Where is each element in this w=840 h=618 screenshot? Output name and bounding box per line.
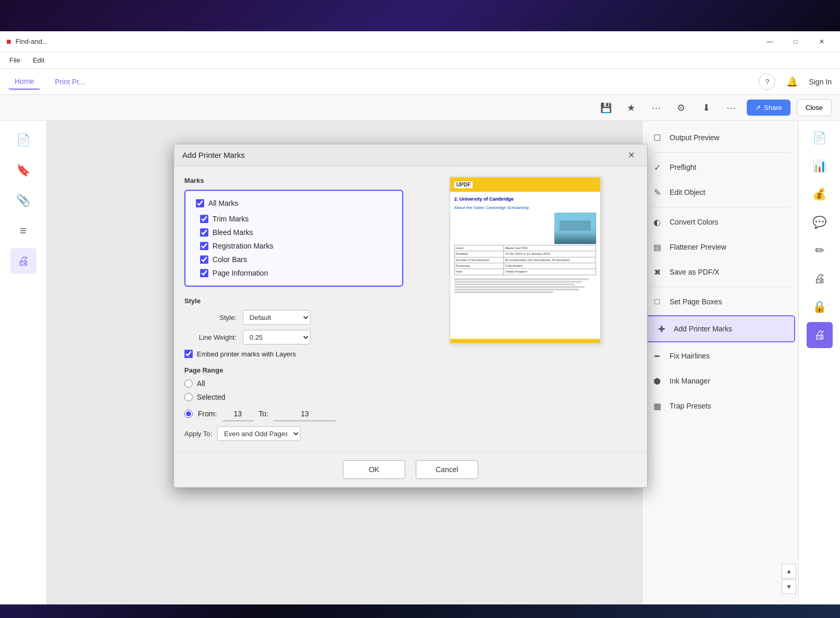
far-right-icon-7[interactable]: 🔒 xyxy=(807,294,833,320)
close-top-button[interactable]: Close xyxy=(797,99,832,116)
page-information-checkbox[interactable] xyxy=(200,269,208,277)
bleed-marks-checkbox[interactable] xyxy=(200,228,208,237)
trim-marks-row[interactable]: Trim Marks xyxy=(200,215,392,223)
scroll-up-button[interactable]: ▲ xyxy=(782,564,796,578)
apply-to-row: Apply To: Even and Odd Pages xyxy=(184,426,403,441)
sidebar-item-clip[interactable]: 📎 xyxy=(10,188,36,214)
panel-item-convert-colors[interactable]: ◐ Convert Colors xyxy=(643,209,798,234)
all-pages-label: All xyxy=(197,379,205,388)
maximize-button[interactable]: □ xyxy=(784,34,808,50)
panel-item-trap-presets[interactable]: ▦ Trap Presets xyxy=(643,393,798,418)
nav-print-production[interactable]: Print Pr... xyxy=(48,75,91,89)
from-input[interactable] xyxy=(222,406,253,421)
flattener-preview-icon: ▤ xyxy=(651,241,663,253)
add-printer-marks-icon: ✚ xyxy=(655,323,668,335)
all-marks-checkbox[interactable] xyxy=(196,199,204,207)
preview-bottom-bar xyxy=(450,339,600,343)
nav-home[interactable]: Home xyxy=(8,74,40,90)
sidebar-item-print[interactable]: 🖨 xyxy=(10,248,36,274)
tools-icon-button[interactable]: ⚙ xyxy=(672,98,690,117)
notifications-button[interactable]: 🔔 xyxy=(784,73,800,90)
sidebar-item-layers[interactable]: ≡ xyxy=(10,218,36,244)
cancel-button[interactable]: Cancel xyxy=(416,460,478,479)
apply-to-label: Apply To: xyxy=(184,430,212,438)
panel-item-fix-hairlines[interactable]: ━ Fix Hairlines xyxy=(643,343,798,368)
registration-marks-checkbox[interactable] xyxy=(200,242,208,250)
svg-rect-1 xyxy=(554,231,596,244)
panel-item-set-page-boxes[interactable]: □ Set Page Boxes xyxy=(643,289,798,314)
dialog-title: Add Printer Marks xyxy=(182,151,245,159)
panel-item-preflight[interactable]: ✓ Preflight xyxy=(643,155,798,180)
far-right-toolbar: 📄 📊 💰 💬 ✏ 🖨 🔒 🖨 xyxy=(798,121,840,604)
dialog-titlebar: Add Printer Marks ✕ xyxy=(174,144,647,166)
embed-checkbox-row: Embed printer marks with Layers xyxy=(184,350,403,358)
right-panel: ☐ Output Preview ✓ Preflight ✎ Edit Obje… xyxy=(642,121,798,604)
sidebar-item-pages[interactable]: 📄 xyxy=(10,127,36,153)
minimize-button[interactable]: — xyxy=(758,34,782,50)
page-information-row[interactable]: Page Information xyxy=(200,269,392,277)
from-pages-radio[interactable] xyxy=(184,410,193,418)
save-icon-button[interactable]: 💾 xyxy=(597,98,615,117)
import-icon-button[interactable]: ⬇ xyxy=(697,98,715,117)
panel-item-ink-manager[interactable]: ⬢ Ink Manager xyxy=(643,368,798,393)
color-bars-row[interactable]: Color Bars xyxy=(200,255,392,264)
registration-marks-label: Registration Marks xyxy=(213,242,274,250)
color-bars-checkbox[interactable] xyxy=(200,255,208,264)
sidebar-item-bookmark[interactable]: 🔖 xyxy=(10,157,36,183)
style-select[interactable]: Default xyxy=(243,310,311,325)
more-icon-button[interactable]: ⋯ xyxy=(722,98,740,117)
view-icon-button[interactable]: ⋯ xyxy=(647,98,665,117)
preview-logo: UPDF xyxy=(454,181,473,188)
dialog-body: Marks All Marks Trim Marks Bleed Mar xyxy=(174,166,647,451)
trim-marks-checkbox[interactable] xyxy=(200,215,208,223)
bookmark-icon-button[interactable]: ★ xyxy=(622,98,640,117)
convert-colors-label: Convert Colors xyxy=(670,218,718,226)
help-button[interactable]: ? xyxy=(759,73,775,90)
far-right-icon-1[interactable]: 📄 xyxy=(807,125,833,151)
ink-manager-icon: ⬢ xyxy=(651,375,663,387)
menu-file[interactable]: File xyxy=(4,54,26,66)
embed-checkbox[interactable] xyxy=(184,350,193,358)
marks-section-label: Marks xyxy=(184,177,403,184)
output-preview-label: Output Preview xyxy=(670,133,720,142)
app-close-button[interactable]: ✕ xyxy=(810,34,834,50)
to-input[interactable] xyxy=(274,406,336,421)
to-label: To: xyxy=(258,410,268,418)
menu-edit[interactable]: Edit xyxy=(28,54,50,66)
convert-colors-icon: ◐ xyxy=(651,216,663,228)
preview-doc-subtitle: About the Gates Cambridge Scholarship xyxy=(454,205,596,211)
sign-in-link[interactable]: Sign In xyxy=(809,78,832,86)
all-pages-radio[interactable] xyxy=(184,379,193,388)
dialog-right-panel: UPDF 2. University of Cambridge About th… xyxy=(414,177,637,441)
far-right-icon-6[interactable]: 🖨 xyxy=(807,266,833,292)
far-right-icon-4[interactable]: 💬 xyxy=(807,209,833,236)
preview-content: 2. University of Cambridge About the Gat… xyxy=(450,192,600,298)
panel-item-save-pdfx[interactable]: ✖ Save as PDF/X xyxy=(643,259,798,285)
panel-item-edit-object[interactable]: ✎ Edit Object xyxy=(643,180,798,205)
trim-marks-label: Trim Marks xyxy=(213,215,249,223)
from-to-row: From: To: xyxy=(184,406,403,421)
scroll-down-button[interactable]: ▼ xyxy=(782,579,796,594)
dialog-close-button[interactable]: ✕ xyxy=(624,148,639,163)
selected-pages-label: Selected xyxy=(197,393,225,401)
share-button[interactable]: ↗ Share xyxy=(747,100,790,116)
far-right-icon-5[interactable]: ✏ xyxy=(807,238,833,264)
save-pdfx-icon: ✖ xyxy=(651,266,663,278)
all-marks-row[interactable]: All Marks xyxy=(196,199,392,207)
separator-1 xyxy=(651,152,790,153)
far-right-icon-2[interactable]: 📊 xyxy=(807,153,833,179)
selected-pages-option[interactable]: Selected xyxy=(184,393,403,401)
from-label: From: xyxy=(198,410,217,418)
panel-item-flattener-preview[interactable]: ▤ Flattener Preview xyxy=(643,234,798,259)
selected-pages-radio[interactable] xyxy=(184,393,193,401)
registration-marks-row[interactable]: Registration Marks xyxy=(200,242,392,250)
line-weight-select[interactable]: 0.25 xyxy=(243,330,311,344)
far-right-icon-8[interactable]: 🖨 xyxy=(807,322,833,348)
ok-button[interactable]: OK xyxy=(343,460,405,479)
panel-item-output-preview[interactable]: ☐ Output Preview xyxy=(643,125,798,150)
far-right-icon-3[interactable]: 💰 xyxy=(807,181,833,207)
all-pages-option[interactable]: All xyxy=(184,379,403,388)
panel-item-add-printer-marks[interactable]: ✚ Add Printer Marks xyxy=(646,315,795,342)
bleed-marks-row[interactable]: Bleed Marks xyxy=(200,228,392,237)
apply-to-select[interactable]: Even and Odd Pages xyxy=(217,426,301,441)
